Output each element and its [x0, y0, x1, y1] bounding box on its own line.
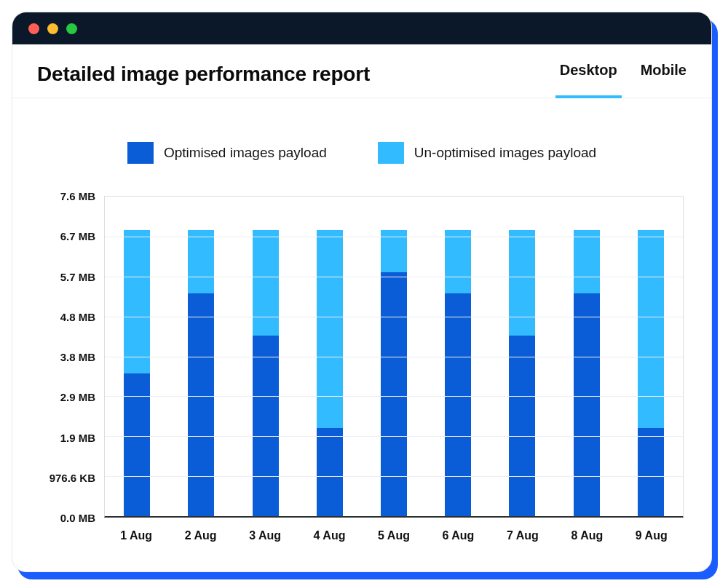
titlebar	[12, 12, 711, 44]
plot-area	[104, 196, 684, 518]
grid-line	[105, 476, 683, 477]
bar-stack	[574, 230, 600, 516]
chart-legend: Optimised images payload Un-optimised im…	[12, 142, 711, 164]
bar-segment-unoptimised	[317, 230, 343, 427]
bar-stack	[445, 230, 471, 516]
legend-swatch-unoptimised	[378, 142, 404, 164]
y-tick-label: 5.7 MB	[60, 270, 95, 282]
y-tick-label: 6.7 MB	[60, 230, 95, 242]
bar-segment-optimised	[638, 428, 664, 516]
x-tick-label: 3 Aug	[249, 529, 281, 542]
y-tick-label: 7.6 MB	[60, 190, 95, 202]
bar-segment-optimised	[188, 293, 214, 516]
y-tick-label: 3.8 MB	[60, 351, 95, 363]
tab-desktop[interactable]: Desktop	[560, 62, 617, 86]
grid-line	[105, 237, 683, 237]
tab-mobile[interactable]: Mobile	[641, 62, 687, 86]
bar-segment-optimised	[381, 272, 407, 516]
bar-segment-optimised	[509, 336, 535, 516]
bar-segment-unoptimised	[574, 230, 600, 293]
close-icon[interactable]	[28, 23, 39, 34]
x-tick-label: 2 Aug	[185, 529, 217, 542]
legend-item-optimised: Optimised images payload	[127, 142, 327, 164]
x-tick-label: 5 Aug	[378, 529, 410, 542]
app-window: Detailed image performance report Deskto…	[12, 12, 712, 572]
chart-container: 0.0 MB976.6 KB1.9 MB2.9 MB3.8 MB4.8 MB5.…	[12, 189, 711, 571]
x-tick-label: 1 Aug	[120, 529, 152, 542]
bar-stack	[381, 230, 407, 516]
legend-item-unoptimised: Un-optimised images payload	[378, 142, 596, 164]
bar-stack	[638, 230, 664, 516]
bar-segment-optimised	[574, 293, 600, 516]
page-title: Detailed image performance report	[37, 63, 370, 86]
y-tick-label: 2.9 MB	[60, 391, 95, 403]
bar-segment-optimised	[445, 293, 471, 516]
minimize-icon[interactable]	[47, 23, 58, 34]
bar-segment-unoptimised	[445, 230, 471, 293]
bar-stack	[253, 230, 279, 516]
x-axis: 1 Aug2 Aug3 Aug4 Aug5 Aug6 Aug7 Aug8 Aug…	[104, 522, 684, 551]
bar-segment-unoptimised	[253, 230, 279, 335]
page-header: Detailed image performance report Deskto…	[12, 44, 711, 98]
bar-segment-unoptimised	[188, 230, 214, 293]
x-tick-label: 7 Aug	[507, 529, 539, 542]
grid-line	[105, 396, 683, 397]
y-tick-label: 976.6 KB	[50, 471, 95, 483]
legend-label-unoptimised: Un-optimised images payload	[414, 145, 596, 161]
bar-segment-optimised	[253, 336, 279, 516]
y-tick-label: 4.8 MB	[60, 310, 95, 322]
y-tick-label: 1.9 MB	[60, 431, 95, 443]
maximize-icon[interactable]	[66, 23, 77, 34]
bar-stack	[509, 230, 535, 516]
y-tick-label: 0.0 MB	[60, 512, 95, 524]
grid-line	[105, 357, 683, 357]
bar-segment-unoptimised	[509, 230, 535, 335]
y-axis: 0.0 MB976.6 KB1.9 MB2.9 MB3.8 MB4.8 MB5.…	[37, 196, 101, 518]
bar-segment-unoptimised	[124, 230, 150, 373]
x-tick-label: 6 Aug	[443, 529, 475, 542]
bar-segment-unoptimised	[638, 230, 664, 427]
bar-segment-optimised	[124, 373, 150, 516]
bar-stack	[317, 230, 343, 516]
legend-swatch-optimised	[127, 142, 154, 164]
grid-line	[105, 277, 683, 277]
x-tick-label: 8 Aug	[571, 529, 603, 542]
x-tick-label: 9 Aug	[636, 529, 668, 542]
bar-stack	[124, 230, 150, 516]
bar-stack	[188, 230, 214, 516]
stacked-bar-chart: 0.0 MB976.6 KB1.9 MB2.9 MB3.8 MB4.8 MB5.…	[37, 189, 687, 551]
grid-line	[105, 317, 683, 317]
bar-segment-optimised	[317, 428, 343, 516]
grid-line	[105, 436, 683, 437]
x-tick-label: 4 Aug	[314, 529, 346, 542]
device-tabs: Desktop Mobile	[560, 62, 687, 86]
legend-label-optimised: Optimised images payload	[164, 145, 327, 161]
